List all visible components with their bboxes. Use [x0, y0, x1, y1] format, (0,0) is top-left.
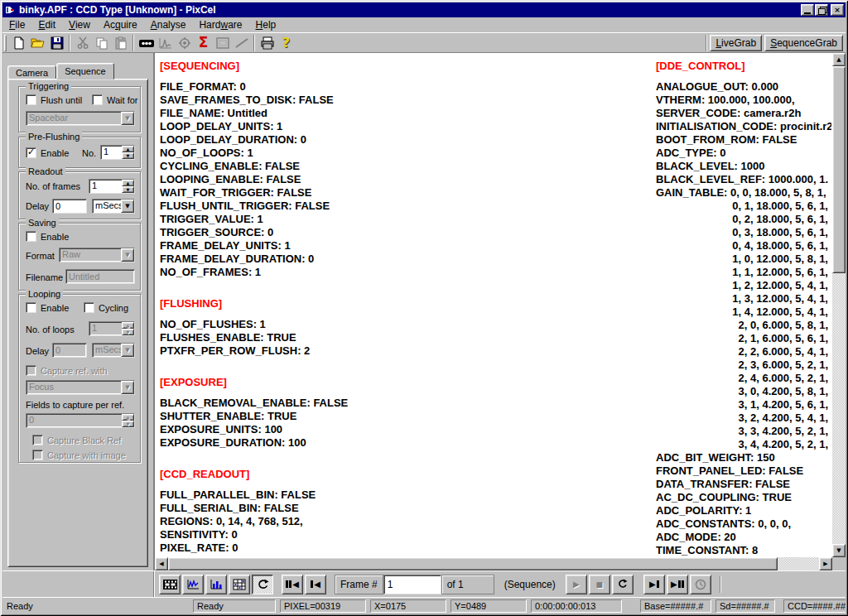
looping-enable-checkbox[interactable]: [26, 302, 36, 313]
play-button[interactable]: ▶: [566, 575, 587, 594]
config-line: WAIT_FOR_TRIGGER: FALSE: [160, 186, 657, 200]
live-grab-button[interactable]: Live Grab: [710, 35, 762, 51]
dropdown-arrow-icon[interactable]: ▼: [121, 200, 134, 213]
dropdown-arrow-icon: ▼: [121, 344, 134, 357]
paste-button[interactable]: [111, 34, 130, 52]
line-profile-button[interactable]: [232, 34, 251, 52]
config-line: TRIGGER_VALUE: 1: [160, 213, 657, 226]
section-spacer: [160, 279, 657, 297]
sequence-grab-button[interactable]: Sequence Grab: [764, 35, 843, 51]
flush-until-checkbox[interactable]: [26, 94, 36, 105]
line-plot-view-button[interactable]: [182, 575, 204, 594]
timer-button[interactable]: [690, 575, 711, 594]
vertical-scrollbar[interactable]: ▲ ▼: [832, 53, 846, 557]
menu-hardware[interactable]: Hardware: [192, 18, 248, 31]
toolbar-grip[interactable]: [4, 35, 7, 51]
scroll-down-icon[interactable]: ▼: [832, 544, 846, 557]
next-frame-button[interactable]: ▶: [643, 575, 665, 594]
horizontal-scroll-thumb[interactable]: [168, 557, 778, 570]
menu-edit[interactable]: Edit: [31, 18, 62, 31]
spin-down-icon[interactable]: ▼: [122, 186, 134, 193]
pre-flush-count-spinner[interactable]: 1 ▲▼: [100, 145, 135, 160]
filename-label: Filename: [26, 272, 63, 282]
loops-spinner: 1 ▲▼: [89, 321, 135, 336]
readout-delay-units-combo[interactable]: mSecs ▼: [92, 199, 135, 214]
region-button[interactable]: [213, 34, 232, 52]
config-line: LOOP_DELAY_UNITS: 1: [160, 120, 657, 133]
ccd-icon: [138, 37, 155, 49]
cut-button[interactable]: [73, 34, 92, 52]
spin-up-icon[interactable]: ▲: [122, 146, 134, 152]
first-frame-button[interactable]: ◀: [282, 575, 303, 594]
mode-label: (Sequence): [504, 579, 556, 590]
print-button[interactable]: [258, 34, 277, 52]
stop-button[interactable]: ■: [589, 575, 610, 594]
wait-for-checkbox[interactable]: [92, 94, 103, 105]
cycling-label: Cycling: [99, 303, 128, 313]
loop-button[interactable]: [612, 575, 634, 594]
frames-value: 1: [89, 180, 122, 193]
histogram-button[interactable]: [156, 34, 175, 52]
spin-up-icon[interactable]: ▲: [122, 180, 134, 186]
scroll-right-icon[interactable]: ▶: [819, 557, 832, 570]
pre-flush-enable-checkbox[interactable]: [26, 147, 36, 158]
config-line: INITIALISATION_CODE: procinit.r2: [656, 120, 831, 133]
vertical-scroll-thumb[interactable]: [832, 66, 846, 273]
frames-spinner[interactable]: 1 ▲▼: [89, 179, 135, 194]
config-line: ADC_CONSTANTS: 0, 0, 0,: [656, 517, 831, 531]
save-button[interactable]: [47, 34, 66, 52]
saving-enable-checkbox[interactable]: [26, 231, 36, 242]
menu-analyse[interactable]: Analyse: [144, 18, 193, 31]
loop-delay-units-combo: mSecs ▼: [92, 343, 135, 358]
camera-settings-button[interactable]: [175, 34, 194, 52]
scroll-left-icon[interactable]: ◀: [155, 557, 168, 570]
rotate-view-button[interactable]: [252, 575, 273, 594]
config-line: FILE_NAME: Untitled: [160, 107, 657, 120]
copy-button[interactable]: [92, 34, 111, 52]
config-line: DATA_TRANSFER: FALSE: [656, 478, 831, 491]
sum-button[interactable]: Σ: [194, 34, 213, 52]
config-line: BLACK_LEVEL: 1000: [656, 160, 831, 173]
close-button[interactable]: ×: [831, 4, 844, 16]
ccd-button[interactable]: [137, 34, 156, 52]
filmstrip-view-button[interactable]: [159, 575, 181, 594]
capture-ref-combo: Focus ▼: [26, 380, 135, 395]
loop-icon: [617, 579, 628, 590]
config-line: 0, 4, 18.000, 5, 6, 1,: [656, 239, 831, 253]
config-line: 2, 2, 6.000, 5, 4, 1,: [656, 345, 831, 359]
readout-delay-input[interactable]: 0: [52, 199, 87, 214]
config-line: 1, 1, 12.000, 5, 6, 1,: [656, 266, 831, 279]
window-title: binky.APF : CCD Type [Unknown] - PixCel: [19, 4, 800, 16]
filmstrip-icon: [163, 579, 177, 590]
bar-chart-view-button[interactable]: [205, 575, 227, 594]
open-file-button[interactable]: [28, 34, 47, 52]
menu-acquire[interactable]: Acquire: [97, 18, 144, 31]
grid-view-button[interactable]: [229, 575, 250, 594]
horizontal-scrollbar[interactable]: ◀ ▶: [155, 557, 832, 570]
cycling-checkbox[interactable]: [84, 302, 94, 313]
restore-icon: [818, 7, 826, 13]
prev-frame-button[interactable]: ◀: [305, 575, 326, 594]
looping-enable-label: Enable: [41, 303, 69, 313]
new-file-button[interactable]: [9, 34, 28, 52]
line-plot-icon: [186, 579, 200, 590]
frame-number-input[interactable]: 1: [383, 575, 441, 594]
help-button[interactable]: ?: [277, 34, 296, 52]
menu-help[interactable]: Help: [249, 18, 283, 31]
menu-view[interactable]: View: [62, 18, 97, 31]
menu-file[interactable]: File: [2, 18, 31, 31]
config-line: TIME_CONSTANT: 8: [656, 544, 831, 557]
scroll-up-icon[interactable]: ▲: [832, 53, 846, 66]
tab-camera[interactable]: Camera: [7, 65, 56, 79]
config-line: BLACK_REMOVAL_ENABLE: FALSE: [160, 397, 657, 410]
config-line: ADC_POLARITY: 1: [656, 504, 831, 517]
minimize-button[interactable]: [801, 4, 814, 16]
last-frame-button[interactable]: ▶: [667, 575, 688, 594]
spin-down-icon[interactable]: ▼: [122, 152, 134, 159]
tab-sequence[interactable]: Sequence: [56, 63, 114, 79]
restore-button[interactable]: [815, 4, 828, 16]
status-ccd: CCD=####.##: [783, 599, 846, 613]
scrollbar-corner: [832, 557, 846, 570]
document-area: [SEQUENCING]FILE_FORMAT: 0SAVE_FRAMES_TO…: [153, 53, 846, 570]
status-base: Base=#####.#: [640, 599, 711, 613]
